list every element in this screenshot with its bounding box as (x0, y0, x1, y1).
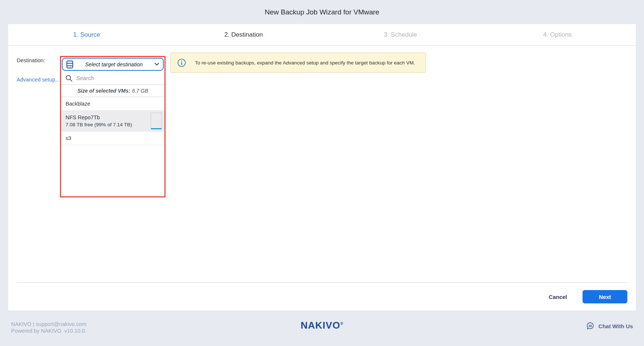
list-item-name: Backblaze (66, 101, 160, 107)
wizard-steps: 1. Source 2. Destination 3. Schedule 4. … (8, 24, 636, 46)
footer-powered-line: Powered by NAKIVO. v10.10.0. (11, 327, 86, 334)
list-item-backblaze[interactable]: Backblaze (61, 97, 164, 111)
footer-support-line: NAKIVO | support@nakivo.com (11, 321, 86, 327)
next-button[interactable]: Next (583, 290, 627, 303)
footer-info: NAKIVO | support@nakivo.com Powered by N… (11, 321, 86, 334)
search-input[interactable] (76, 75, 160, 81)
wizard-screen: New Backup Job Wizard for VMware 1. Sour… (0, 0, 644, 346)
step-content: Destination: Advanced setup... Select ta… (8, 46, 636, 310)
size-summary: Size of selected VMs: 6.7 GB (61, 85, 164, 97)
list-item-s3[interactable]: s3 (61, 132, 164, 145)
search-row (61, 71, 164, 85)
registered-mark: ® (340, 322, 343, 326)
item-hover-box[interactable] (151, 113, 162, 129)
chat-with-us-label: Chat With Us (598, 323, 633, 329)
repository-icon (66, 60, 73, 69)
destination-picker: Select target destination (60, 56, 166, 197)
search-icon (65, 74, 73, 82)
size-summary-label: Size of selected VMs: (77, 88, 130, 94)
target-destination-select[interactable]: Select target destination (62, 58, 164, 71)
wizard-card: 1. Source 2. Destination 3. Schedule 4. … (8, 24, 636, 310)
actions-bar: Cancel Next (549, 290, 627, 303)
info-banner-text: To re-use existing backups, expand the A… (191, 60, 419, 66)
actions-divider (17, 282, 627, 283)
advanced-setup-link[interactable]: Advanced setup... (17, 77, 60, 83)
cancel-button[interactable]: Cancel (549, 294, 567, 300)
chat-with-us[interactable]: Chat With Us (586, 322, 633, 330)
list-item-detail: 7.08 TB free (99% of 7.14 TB) (66, 122, 160, 127)
chevron-down-icon (154, 63, 159, 66)
list-item-name: s3 (66, 135, 160, 141)
size-summary-value: 6.7 GB (132, 88, 148, 94)
destination-label: Destination: (17, 57, 45, 63)
step-destination: 2. Destination (165, 24, 322, 45)
step-source[interactable]: 1. Source (8, 24, 165, 45)
page-footer: NAKIVO | support@nakivo.com Powered by N… (0, 310, 644, 346)
step-options: 4. Options (479, 24, 636, 45)
info-icon (177, 59, 186, 67)
select-placeholder: Select target destination (73, 61, 154, 67)
nakivo-logo: NAKIVO® (301, 320, 344, 331)
wizard-title: New Backup Job Wizard for VMware (0, 0, 644, 24)
info-banner: To re-use existing backups, expand the A… (170, 53, 426, 73)
step-schedule: 3. Schedule (322, 24, 479, 45)
chat-bubble-icon (586, 322, 595, 330)
list-item-name: NFS Repo7Tb (66, 114, 160, 120)
list-item-nfs-repo[interactable]: NFS Repo7Tb 7.08 TB free (99% of 7.14 TB… (61, 111, 164, 132)
